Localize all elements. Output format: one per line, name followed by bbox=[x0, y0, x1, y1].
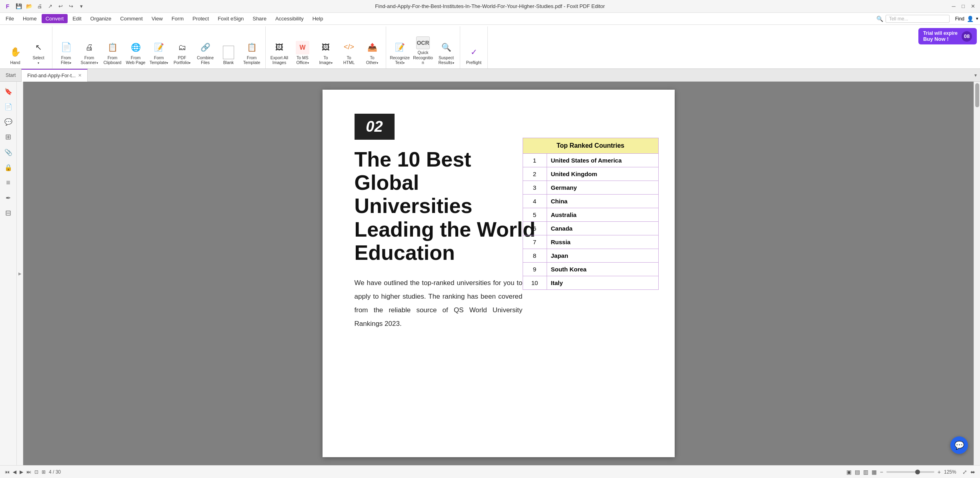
view-single-icon[interactable]: ▣ bbox=[846, 469, 852, 475]
rank-cell: 10 bbox=[523, 276, 547, 290]
zoom-minus-btn[interactable]: − bbox=[880, 469, 883, 475]
menu-home[interactable]: Home bbox=[19, 14, 41, 23]
to-ms-office-btn[interactable]: W To MSOffice▾ bbox=[291, 35, 314, 67]
account-icon[interactable]: 👤 bbox=[967, 16, 974, 22]
compare-icon[interactable]: ⊟ bbox=[2, 207, 15, 219]
preflight-btn[interactable]: ✓ Preflight bbox=[463, 35, 485, 67]
rank-cell: 5 bbox=[523, 208, 547, 222]
menu-convert[interactable]: Convert bbox=[42, 14, 68, 23]
to-html-btn[interactable]: </> ToHTML bbox=[338, 35, 360, 67]
expand-panel-icon[interactable]: ⊡ bbox=[34, 469, 38, 475]
combine-files-btn[interactable]: 🔗 CombineFiles bbox=[194, 35, 216, 67]
pages-icon[interactable]: 📄 bbox=[2, 100, 15, 113]
attachments-icon[interactable]: 📎 bbox=[2, 146, 15, 159]
quick-recognition-btn[interactable]: OCR QuickRecognition bbox=[412, 35, 434, 67]
trial-badge[interactable]: Trial will expire Buy Now ! 08 bbox=[918, 28, 977, 44]
bookmark-icon[interactable]: 🔖 bbox=[2, 85, 15, 98]
suspect-results-btn[interactable]: 🔍 SuspectResults▾ bbox=[435, 35, 457, 67]
menu-accessibility[interactable]: Accessibility bbox=[271, 14, 308, 23]
hand-btn[interactable]: ✋ Hand bbox=[4, 35, 26, 67]
menu-share[interactable]: Share bbox=[249, 14, 271, 23]
from-files-btn[interactable]: 📄 FromFiles▾ bbox=[55, 35, 77, 67]
view-two-page-icon[interactable]: ▥ bbox=[863, 469, 868, 475]
view-continuous-icon[interactable]: ▦ bbox=[872, 469, 877, 475]
layers-icon[interactable]: ⊞ bbox=[2, 131, 15, 143]
page-nav-display[interactable]: 4 / 30 bbox=[49, 469, 61, 475]
trial-line2: Buy Now ! bbox=[923, 36, 958, 42]
table-row: 2United Kingdom bbox=[523, 167, 658, 181]
redo-icon[interactable]: ↪ bbox=[66, 2, 75, 11]
menu-form[interactable]: Form bbox=[168, 14, 188, 23]
fields-icon[interactable]: ≡ bbox=[2, 176, 15, 189]
tell-me-box[interactable]: Tell me... bbox=[886, 15, 950, 23]
country-cell: Italy bbox=[547, 276, 658, 290]
recognize-text-btn[interactable]: 📝 RecognizeText▾ bbox=[389, 35, 411, 67]
preflight-icon: ✓ bbox=[467, 45, 481, 59]
to-other-btn[interactable]: 📤 ToOther▾ bbox=[361, 35, 383, 67]
tab-start[interactable]: Start bbox=[0, 69, 21, 82]
save-icon[interactable]: 💾 bbox=[14, 2, 23, 11]
undo-icon[interactable]: ↩ bbox=[56, 2, 65, 11]
menu-protect[interactable]: Protect bbox=[188, 14, 213, 23]
hand-icon: ✋ bbox=[8, 45, 22, 59]
detach-icon[interactable]: ⊞ bbox=[42, 469, 46, 475]
menu-view[interactable]: View bbox=[148, 14, 167, 23]
menu-help[interactable]: Help bbox=[309, 14, 327, 23]
zoom-plus-btn[interactable]: + bbox=[938, 469, 941, 475]
nav-prev-btn[interactable]: ◀ bbox=[13, 469, 16, 475]
menu-comment[interactable]: Comment bbox=[116, 14, 146, 23]
find-label[interactable]: Find bbox=[955, 16, 964, 22]
from-clipboard-btn[interactable]: 📋 FromClipboard bbox=[101, 35, 124, 67]
zoom-thumb[interactable] bbox=[915, 470, 920, 474]
fit-page-icon[interactable]: ⤢ bbox=[962, 469, 967, 475]
scrollbar-thumb[interactable] bbox=[975, 83, 979, 107]
from-template-btn[interactable]: 📋 FromTemplate bbox=[240, 35, 263, 67]
trial-text: Trial will expire Buy Now ! bbox=[923, 30, 958, 42]
menu-organize[interactable]: Organize bbox=[86, 14, 116, 23]
tab-close-icon[interactable]: ✕ bbox=[78, 73, 82, 78]
export-all-images-icon: 🖼 bbox=[272, 40, 287, 54]
export-all-images-btn[interactable]: 🖼 Export AllImages bbox=[268, 35, 291, 67]
from-clipboard-icon: 📋 bbox=[105, 40, 120, 54]
maximize-btn[interactable]: □ bbox=[959, 2, 967, 10]
comments-icon[interactable]: 💬 bbox=[2, 115, 15, 128]
fit-width-icon[interactable]: ⬌ bbox=[970, 469, 975, 475]
tab-chevron-icon[interactable]: ▾ bbox=[974, 72, 977, 78]
tab-document[interactable]: Find-and-Apply-For-t... ✕ bbox=[21, 69, 88, 82]
from-webpage-btn[interactable]: 🌐 FromWeb Page bbox=[124, 35, 147, 67]
table-row: 6Canada bbox=[523, 222, 658, 235]
security-icon[interactable]: 🔒 bbox=[2, 161, 15, 174]
close-btn[interactable]: ✕ bbox=[969, 2, 977, 10]
menu-edit[interactable]: Edit bbox=[68, 14, 85, 23]
status-bar-right: ▣ ▤ ▥ ▦ − + 125% ⤢ ⬌ bbox=[846, 469, 975, 475]
account-dropdown-icon[interactable]: ▾ bbox=[976, 16, 978, 21]
minimize-btn[interactable]: ─ bbox=[950, 2, 958, 10]
nav-first-btn[interactable]: ⏮ bbox=[5, 469, 10, 475]
sidebar-collapse-arrow[interactable]: ▶ bbox=[17, 82, 23, 465]
signatures-icon[interactable]: ✒ bbox=[2, 191, 15, 204]
menu-foxit-esign[interactable]: Foxit eSign bbox=[214, 14, 248, 23]
print-icon[interactable]: 🖨 bbox=[35, 2, 44, 11]
pdf-portfolio-btn[interactable]: 🗂 PDFPortfolio▾ bbox=[171, 35, 193, 67]
select-btn[interactable]: ↖ Select▾ bbox=[27, 35, 50, 67]
chat-icon[interactable]: 💬 bbox=[950, 436, 968, 454]
menu-file[interactable]: File bbox=[2, 14, 18, 23]
share-icon[interactable]: ↗ bbox=[46, 2, 54, 11]
blank-btn[interactable]: Blank bbox=[217, 35, 240, 67]
from-scanner-btn[interactable]: 🖨 FromScanner▾ bbox=[78, 35, 100, 67]
table-header: Top Ranked Countries bbox=[523, 138, 658, 154]
form-template-btn[interactable]: 📝 FormTemplate▾ bbox=[148, 35, 170, 67]
right-scrollbar[interactable] bbox=[974, 82, 980, 465]
customize-icon[interactable]: ▾ bbox=[77, 2, 86, 11]
combine-files-label: CombineFiles bbox=[197, 55, 214, 65]
to-image-btn[interactable]: 🖼 ToImage▾ bbox=[315, 35, 337, 67]
nav-last-btn[interactable]: ⏭ bbox=[26, 469, 31, 475]
rank-cell: 7 bbox=[523, 235, 547, 249]
view-double-icon[interactable]: ▤ bbox=[855, 469, 860, 475]
country-cell: China bbox=[547, 195, 658, 208]
open-icon[interactable]: 📂 bbox=[25, 2, 34, 11]
zoom-level-display: 125% bbox=[944, 469, 959, 475]
zoom-slider[interactable] bbox=[886, 471, 934, 473]
nav-next-btn[interactable]: ▶ bbox=[20, 469, 23, 475]
hand-label: Hand bbox=[10, 60, 20, 65]
